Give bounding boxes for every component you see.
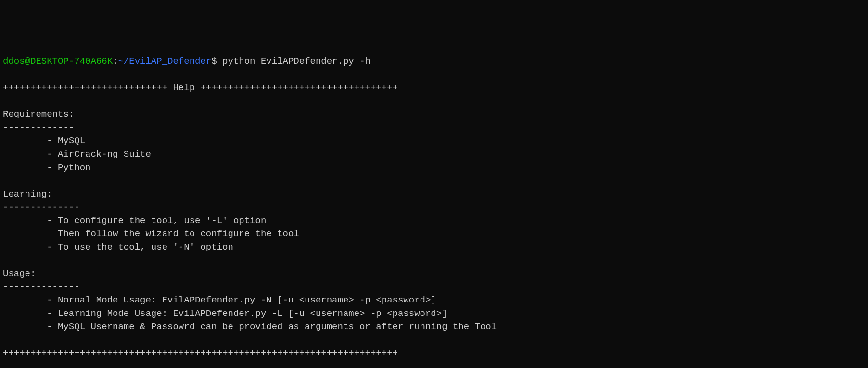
usage-item: - MySQL Username & Passowrd can be provi… [3,321,497,332]
learning-title: Learning: [3,189,52,199]
prompt-path: ~/EvilAP_Defender [118,56,211,66]
usage-item: - Learning Mode Usage: EvilAPDefender.py… [3,308,447,319]
prompt-colon: : [113,56,118,66]
help-footer: ++++++++++++++++++++++++++++++++++++++++… [3,348,398,358]
prompt-user: ddos@DESKTOP-740A66K [3,56,113,66]
requirements-dashes: ------------- [3,122,74,133]
help-header: ++++++++++++++++++++++++++++++ Help ++++… [3,82,398,93]
learning-dashes: -------------- [3,202,80,212]
terminal-window[interactable]: ddos@DESKTOP-740A66K:~/EvilAP_Defender$ … [3,55,865,360]
requirement-item: - Python [3,162,90,173]
prompt-line: ddos@DESKTOP-740A66K:~/EvilAP_Defender$ … [3,56,370,66]
usage-title: Usage: [3,268,36,279]
requirement-item: - AirCrack-ng Suite [3,149,151,159]
learning-item: - To configure the tool, use '-L' option [3,215,266,226]
requirement-item: - MySQL [3,135,85,146]
requirements-title: Requirements: [3,109,74,119]
learning-item: - To use the tool, use '-N' option [3,242,233,252]
prompt-dollar: $ [211,56,217,66]
usage-item: - Normal Mode Usage: EvilAPDefender.py -… [3,295,436,305]
learning-item: Then follow the wizard to configure the … [3,228,299,239]
usage-dashes: -------------- [3,281,80,292]
command-input[interactable]: python EvilAPDefender.py -h [217,56,370,66]
